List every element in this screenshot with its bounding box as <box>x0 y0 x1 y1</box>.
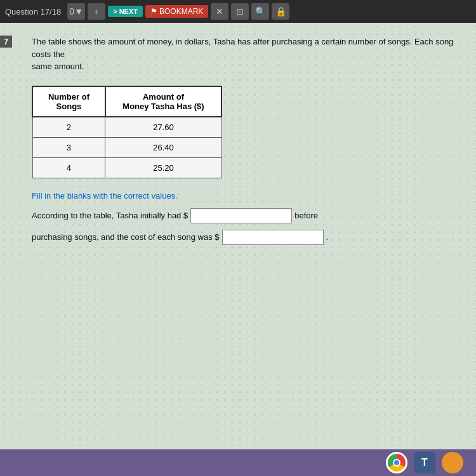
sentence2-after: . <box>326 230 329 244</box>
amount-cell: 27.60 <box>105 117 221 138</box>
window-btn[interactable]: ⊡ <box>231 3 249 20</box>
initial-amount-input[interactable] <box>190 208 292 223</box>
bookmark-label: BOOKMARK <box>159 7 203 16</box>
songs-cell: 4 <box>32 157 105 178</box>
table-container: Number of Songs Amount of Money Tasha Ha… <box>32 86 457 178</box>
question-counter: Question 17/18 <box>5 7 61 17</box>
question-line1: The table shows the amount of money, in … <box>32 37 453 59</box>
data-table: Number of Songs Amount of Money Tasha Ha… <box>32 86 222 178</box>
progress-icon: 0▼ <box>69 6 83 17</box>
bookmark-btn[interactable]: ⚑ BOOKMARK <box>145 5 208 18</box>
sentence2: purchasing songs, and the cost of each s… <box>32 230 457 245</box>
sentence1: According to the table, Tasha initially … <box>32 208 457 223</box>
amount-cell: 26.40 <box>105 137 221 157</box>
question-line2: same amount. <box>32 62 84 71</box>
lock-icon: 🔒 <box>275 6 286 17</box>
orange-menu-icon[interactable] <box>442 452 463 473</box>
fill-blanks-section: Fill in the blanks with the correct valu… <box>32 191 457 245</box>
bookmark-icon: ⚑ <box>150 7 157 16</box>
sentence1-before: According to the table, Tasha initially … <box>32 208 188 223</box>
col2-header: Amount of Money Tasha Has ($) <box>105 86 221 117</box>
progress-btn[interactable]: 0▼ <box>67 3 85 20</box>
question-text: The table shows the amount of money, in … <box>32 36 457 73</box>
sentence2-before: purchasing songs, and the cost of each s… <box>32 230 220 244</box>
search-btn[interactable]: 🔍 <box>251 3 269 20</box>
question-badge: 7 <box>0 36 12 48</box>
t-icon[interactable]: T <box>414 452 435 473</box>
next-btn[interactable]: > NEXT <box>108 6 143 17</box>
main-content: 7 The table shows the amount of money, i… <box>0 23 476 449</box>
back-btn[interactable]: ‹ <box>88 3 105 20</box>
song-cost-input[interactable] <box>222 230 324 245</box>
next-label: > NEXT <box>113 8 138 15</box>
window-icon: ⊡ <box>236 6 244 17</box>
songs-cell: 2 <box>32 117 105 138</box>
close-btn[interactable]: ✕ <box>211 3 228 20</box>
table-row: 3 26.40 <box>32 137 221 157</box>
table-row: 2 27.60 <box>32 117 221 138</box>
songs-cell: 3 <box>32 137 105 157</box>
search-icon: 🔍 <box>255 6 266 17</box>
toolbar: Question 17/18 0▼ ‹ > NEXT ⚑ BOOKMARK ✕ … <box>0 0 476 23</box>
amount-cell: 25.20 <box>105 157 221 178</box>
lock-btn[interactable]: 🔒 <box>272 3 289 20</box>
sentence1-after: before <box>294 208 318 223</box>
close-icon: ✕ <box>216 6 223 17</box>
chrome-icon[interactable] <box>386 452 407 473</box>
taskbar: T <box>0 449 476 476</box>
instruction-text: Fill in the blanks with the correct valu… <box>32 191 457 201</box>
back-icon: ‹ <box>95 6 98 17</box>
col1-header: Number of Songs <box>32 86 105 117</box>
table-row: 4 25.20 <box>32 157 221 178</box>
